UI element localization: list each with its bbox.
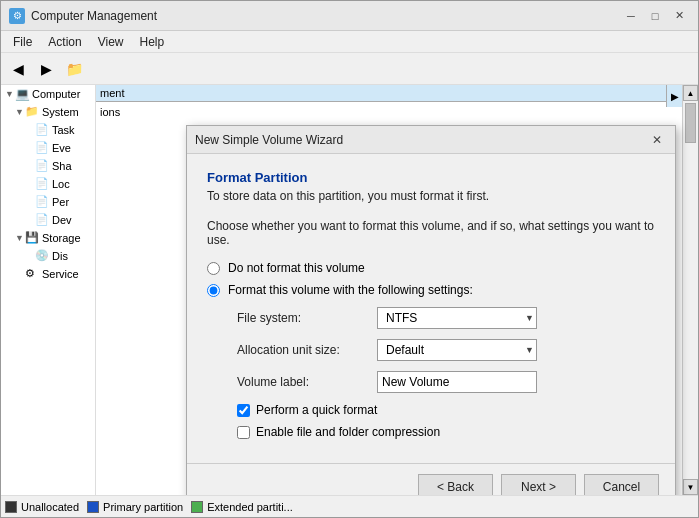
sidebar-label-eve: Eve	[52, 142, 71, 154]
dialog-close-button[interactable]: ✕	[647, 130, 667, 150]
alloc-row: Allocation unit size: Default 512 1024 2…	[237, 339, 655, 361]
extended-label: Extended partiti...	[207, 501, 293, 513]
settings-grid: File system: NTFS FAT32 exFAT ▼	[237, 307, 655, 393]
next-button[interactable]: Next >	[501, 474, 576, 495]
sidebar-label-sha: Sha	[52, 160, 72, 172]
window-title: Computer Management	[31, 9, 157, 23]
volume-label-input[interactable]	[377, 371, 537, 393]
expand-arrow-system: ▼	[15, 107, 25, 117]
extended-color	[191, 501, 203, 513]
content-area: ▼ 💻 Computer ▼ 📁 System 📄 Task 📄 Eve	[1, 85, 698, 495]
per-icon: 📄	[35, 195, 49, 209]
primary-label: Primary partition	[103, 501, 183, 513]
file-system-select[interactable]: NTFS FAT32 exFAT	[382, 308, 532, 328]
compression-checkbox[interactable]	[237, 426, 250, 439]
sidebar-item-service[interactable]: ⚙ Service	[1, 265, 95, 283]
forward-button[interactable]: ▶	[33, 56, 59, 82]
sidebar-item-computer[interactable]: ▼ 💻 Computer	[1, 85, 95, 103]
back-button[interactable]: < Back	[418, 474, 493, 495]
sidebar-item-loc[interactable]: 📄 Loc	[1, 175, 95, 193]
back-button[interactable]: ◀	[5, 56, 31, 82]
dialog-content: Format Partition To store data on this p…	[187, 154, 675, 463]
sidebar-label-system: System	[42, 106, 79, 118]
status-primary: Primary partition	[87, 501, 183, 513]
dev-icon: 📄	[35, 213, 49, 227]
status-bar: Unallocated Primary partition Extended p…	[1, 495, 698, 517]
alloc-select[interactable]: Default 512 1024 2048 4096	[382, 340, 532, 360]
dis-icon: 💿	[35, 249, 49, 263]
sha-icon: 📄	[35, 159, 49, 173]
expand-arrow: ▼	[5, 89, 15, 99]
compression-row: Enable file and folder compression	[237, 425, 655, 439]
window-controls: ─ □ ✕	[620, 5, 690, 27]
radio-format-label: Format this volume with the following se…	[228, 283, 473, 297]
sidebar-label-loc: Loc	[52, 178, 70, 190]
sidebar-label-dev: Dev	[52, 214, 72, 226]
folder-button[interactable]: 📁	[61, 56, 87, 82]
minimize-button[interactable]: ─	[620, 5, 642, 27]
sidebar-label-per: Per	[52, 196, 69, 208]
dialog-title: New Simple Volume Wizard	[195, 133, 343, 147]
status-extended: Extended partiti...	[191, 501, 293, 513]
right-panel: ment ▶ ions ▲ ▼ New Simple Volume Wizard	[96, 85, 698, 495]
primary-color	[87, 501, 99, 513]
service-icon: ⚙	[25, 267, 39, 281]
close-button[interactable]: ✕	[668, 5, 690, 27]
quick-format-checkbox[interactable]	[237, 404, 250, 417]
toolbar: ◀ ▶ 📁	[1, 53, 698, 85]
radio-no-format-option: Do not format this volume	[207, 261, 655, 275]
sidebar: ▼ 💻 Computer ▼ 📁 System 📄 Task 📄 Eve	[1, 85, 96, 495]
sidebar-item-per[interactable]: 📄 Per	[1, 193, 95, 211]
file-system-select-wrapper: NTFS FAT32 exFAT ▼	[377, 307, 537, 329]
quick-format-label: Perform a quick format	[256, 403, 377, 417]
dialog-overlay: New Simple Volume Wizard ✕ Format Partit…	[96, 85, 698, 495]
menu-file[interactable]: File	[5, 33, 40, 51]
sidebar-item-eve[interactable]: 📄 Eve	[1, 139, 95, 157]
task-icon: 📄	[35, 123, 49, 137]
sidebar-label-service: Service	[42, 268, 79, 280]
title-bar-left: ⚙ Computer Management	[9, 8, 157, 24]
alloc-select-wrapper: Default 512 1024 2048 4096 ▼	[377, 339, 537, 361]
sidebar-item-system[interactable]: ▼ 📁 System	[1, 103, 95, 121]
cancel-button[interactable]: Cancel	[584, 474, 659, 495]
file-system-row: File system: NTFS FAT32 exFAT ▼	[237, 307, 655, 329]
sidebar-label-storage: Storage	[42, 232, 81, 244]
volume-label-label: Volume label:	[237, 375, 367, 389]
maximize-button[interactable]: □	[644, 5, 666, 27]
status-unallocated: Unallocated	[5, 501, 79, 513]
menu-help[interactable]: Help	[132, 33, 173, 51]
alloc-label: Allocation unit size:	[237, 343, 367, 357]
dialog-footer: < Back Next > Cancel	[187, 463, 675, 495]
unallocated-label: Unallocated	[21, 501, 79, 513]
dialog-description: Choose whether you want to format this v…	[207, 219, 655, 247]
menu-action[interactable]: Action	[40, 33, 89, 51]
compression-label: Enable file and folder compression	[256, 425, 440, 439]
sidebar-label-computer: Computer	[32, 88, 80, 100]
radio-format-option: Format this volume with the following se…	[207, 283, 655, 297]
computer-icon: 💻	[15, 87, 29, 101]
dialog-subtext: To store data on this partition, you mus…	[207, 189, 655, 203]
sidebar-label-task: Task	[52, 124, 75, 136]
expand-arrow-storage: ▼	[15, 233, 25, 243]
volume-label-row: Volume label:	[237, 371, 655, 393]
sidebar-item-task[interactable]: 📄 Task	[1, 121, 95, 139]
menu-view[interactable]: View	[90, 33, 132, 51]
sidebar-label-dis: Dis	[52, 250, 68, 262]
format-partition-dialog: New Simple Volume Wizard ✕ Format Partit…	[186, 125, 676, 495]
sidebar-item-dis[interactable]: 💿 Dis	[1, 247, 95, 265]
folder-icon-system: 📁	[25, 105, 39, 119]
radio-no-format[interactable]	[207, 262, 220, 275]
quick-format-row: Perform a quick format	[237, 403, 655, 417]
app-icon: ⚙	[9, 8, 25, 24]
main-window: ⚙ Computer Management ─ □ ✕ File Action …	[0, 0, 699, 518]
dialog-heading: Format Partition	[207, 170, 655, 185]
title-bar: ⚙ Computer Management ─ □ ✕	[1, 1, 698, 31]
sidebar-item-storage[interactable]: ▼ 💾 Storage	[1, 229, 95, 247]
sidebar-item-sha[interactable]: 📄 Sha	[1, 157, 95, 175]
sidebar-item-dev[interactable]: 📄 Dev	[1, 211, 95, 229]
loc-icon: 📄	[35, 177, 49, 191]
eve-icon: 📄	[35, 141, 49, 155]
menu-bar: File Action View Help	[1, 31, 698, 53]
dialog-title-bar: New Simple Volume Wizard ✕	[187, 126, 675, 154]
radio-format[interactable]	[207, 284, 220, 297]
